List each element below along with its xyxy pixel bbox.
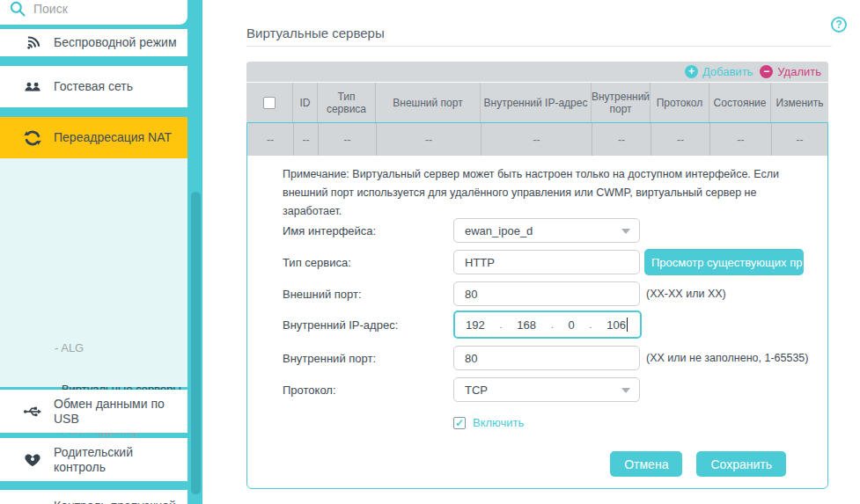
plus-icon: + (685, 65, 698, 78)
cancel-button[interactable]: Отмена (610, 451, 682, 477)
form-actions: Отмена Сохранить (610, 451, 786, 477)
internal-port-row: Внутренний порт: (XX или не заполнено, 1… (283, 345, 827, 371)
save-button[interactable]: Сохранить (696, 451, 786, 477)
external-port-label: Внешний порт: (283, 288, 453, 301)
enable-label: Включить (473, 416, 524, 429)
cell-id: -- (294, 123, 319, 156)
delete-button-label: Удалить (777, 65, 821, 78)
external-port-input[interactable] (453, 281, 640, 306)
protocol-selected-value: TCP (465, 383, 488, 397)
column-header-status: Состояние (709, 83, 771, 122)
cell-service-type: -- (319, 123, 377, 156)
cell-external-port: -- (377, 123, 481, 156)
note-text: Примечание: Виртуальный сервер может быт… (283, 165, 811, 221)
interface-select[interactable]: ewan_ipoe_d (453, 218, 640, 243)
external-port-hint: (XX-XX или XX) (646, 288, 726, 300)
ip-octet-4-wrap: 106 (606, 318, 628, 332)
text-cursor (627, 318, 628, 332)
external-port-row: Внешний порт: (XX-XX или XX) (283, 281, 827, 307)
sidebar-search[interactable] (0, 0, 187, 25)
table-header-row: ID Тип сервиса Внешний порт Внутренний I… (246, 83, 828, 122)
column-header-service-type: Тип сервиса (318, 83, 376, 122)
sidebar-item-label: Переадресация NAT (54, 130, 172, 145)
sidebar-scrollbar-thumb[interactable] (191, 192, 201, 494)
table-row[interactable]: -- -- -- -- -- -- -- -- -- (247, 123, 827, 156)
enable-checkbox-row[interactable]: ✓ Включить (453, 416, 524, 429)
ip-octet-2: 168 (517, 318, 536, 332)
protocol-select[interactable]: TCP (453, 377, 640, 402)
view-existing-apps-button[interactable]: Просмотр существующих пр (644, 249, 804, 275)
interface-label: Имя интерфейса: (283, 224, 453, 237)
nat-submenu: - ALG - Виртуальные серверы - Port Trigg… (0, 158, 187, 387)
cell-internal-port: -- (592, 123, 651, 156)
add-button-label: Добавить (702, 65, 753, 78)
page-title: Виртуальные серверы (246, 26, 385, 40)
wifi-icon (22, 33, 43, 53)
sidebar-item-nat-forwarding[interactable]: Переадресация NAT (0, 117, 187, 158)
sidebar-item-label: Беспроводной режим (54, 35, 177, 50)
guest-network-icon (22, 77, 43, 97)
ip-octet-3: 0 (568, 318, 574, 332)
parental-control-icon (22, 450, 43, 470)
sidebar-item-wireless[interactable]: Беспроводной режим (0, 29, 187, 56)
sidebar-item-guest-network[interactable]: Гостевая сеть (0, 66, 187, 107)
search-input[interactable] (33, 2, 165, 16)
sidebar-item-label: Гостевая сеть (54, 79, 133, 94)
protocol-row: Протокол: TCP (283, 376, 827, 403)
select-all-cell (246, 83, 293, 122)
interface-selected-value: ewan_ipoe_d (465, 224, 533, 237)
internal-ip-label: Внутренний IP-адрес: (283, 318, 453, 332)
column-header-id: ID (293, 83, 318, 122)
select-all-checkbox[interactable] (263, 97, 276, 109)
sidebar-item-usb-sharing[interactable]: Обмен данными по USB (0, 390, 187, 433)
sidebar-item-label: Родительский контроль (54, 445, 168, 475)
sidebar-item-bandwidth-control[interactable]: Контроль пропускной (0, 490, 187, 504)
cell-modify: -- (772, 123, 827, 156)
cell-status: -- (710, 123, 772, 156)
column-header-modify: Изменить (771, 83, 828, 122)
nat-forwarding-icon (22, 128, 43, 148)
internal-ip-input[interactable]: 192 . 168 . 0 . 106 (453, 310, 642, 339)
service-type-row: Тип сервиса: Просмотр существующих пр (283, 249, 827, 275)
interface-row: Имя интерфейса: ewan_ipoe_d (283, 217, 827, 244)
column-header-external-port: Внешний порт (376, 83, 481, 122)
title-divider (246, 46, 832, 47)
cell-protocol: -- (651, 123, 710, 156)
column-header-internal-port: Внутренний порт (592, 83, 651, 122)
internal-port-input[interactable] (453, 346, 640, 370)
sidebar: Беспроводной режим Гостевая сеть Переадр… (0, 0, 202, 504)
ip-octet-4: 106 (606, 318, 626, 332)
help-icon[interactable]: ? (831, 17, 847, 33)
ip-separator: . (589, 319, 592, 330)
usb-icon (22, 402, 43, 421)
cell-internal-ip: -- (481, 123, 592, 156)
column-header-internal-ip: Внутренний IP-адрес (481, 83, 592, 122)
chevron-down-icon (621, 388, 630, 393)
internal-ip-row: Внутренний IP-адрес: 192 . 168 . 0 . 106 (283, 311, 827, 338)
search-icon (9, 0, 26, 18)
row-editor-panel: -- -- -- -- -- -- -- -- -- Примечание: В… (246, 122, 828, 489)
ip-separator: . (499, 319, 502, 330)
table-toolbar: + Добавить − Удалить (246, 62, 828, 82)
minus-icon: − (760, 65, 773, 78)
ip-separator: . (551, 319, 554, 330)
delete-button[interactable]: − Удалить (760, 65, 821, 78)
sidebar-item-label: Контроль пропускной (0, 490, 176, 504)
chevron-down-icon (621, 229, 630, 234)
enable-checkbox[interactable]: ✓ (453, 417, 466, 429)
sidebar-item-alg[interactable]: - ALG (55, 341, 84, 354)
column-header-protocol: Протокол (651, 83, 709, 122)
cell-select: -- (247, 123, 294, 156)
main-content: Виртуальные серверы ? + Добавить − Удали… (202, 0, 860, 504)
sidebar-item-parental-control[interactable]: Родительский контроль (0, 438, 187, 481)
internal-port-hint: (XX или не заполнено, 1-65535) (646, 352, 809, 364)
internal-port-label: Внутренний порт: (283, 352, 453, 365)
protocol-label: Протокол: (283, 383, 453, 397)
service-type-label: Тип сервиса: (283, 256, 453, 269)
add-button[interactable]: + Добавить (685, 65, 753, 78)
service-type-input[interactable] (453, 250, 640, 274)
ip-octet-1: 192 (466, 318, 485, 332)
sidebar-item-label: Обмен данными по USB (54, 397, 186, 427)
